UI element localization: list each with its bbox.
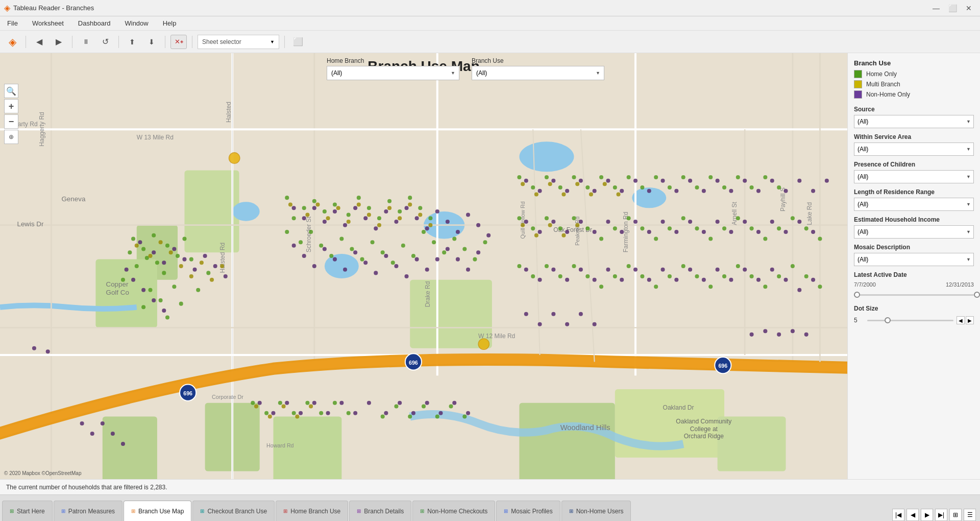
svg-point-286: [323, 247, 327, 251]
tab-nav-next[interactable]: ▶: [921, 509, 933, 521]
tab-list-view[interactable]: ☰: [964, 509, 976, 521]
svg-point-11: [232, 202, 260, 221]
maximize-button[interactable]: ⬜: [945, 3, 960, 13]
minimize-button[interactable]: —: [929, 3, 943, 13]
refresh-button[interactable]: ↺: [97, 35, 113, 49]
tab-nav-last[interactable]: ▶|: [935, 509, 947, 521]
svg-point-376: [271, 411, 275, 415]
tab-branch-details-label: Branch Details: [364, 508, 404, 515]
tab-nav-prev[interactable]: ◀: [906, 509, 919, 521]
tab-grid-view[interactable]: ⊞: [949, 509, 962, 521]
svg-point-145: [517, 216, 521, 220]
svg-text:Orchard Ridge: Orchard Ridge: [684, 433, 724, 440]
dot-size-slider-wrap: [867, 315, 953, 325]
svg-rect-1: [184, 171, 239, 253]
dot-size-decrease-button[interactable]: ◀: [957, 316, 965, 324]
tab-nav-first[interactable]: |◀: [892, 509, 904, 521]
tab-branch-use-map[interactable]: ⊞ Branch Use Map: [124, 501, 191, 521]
tab-branch-details[interactable]: ⊞ Branch Details: [349, 501, 411, 521]
home-branch-select[interactable]: (All): [327, 66, 459, 80]
zoom-out-button[interactable]: −: [4, 114, 18, 129]
presence-children-select[interactable]: (All): [854, 170, 974, 183]
menu-worksheet[interactable]: Worksheet: [29, 18, 67, 28]
tab-start-here[interactable]: ⊞ Start Here: [2, 501, 53, 521]
date-range-thumb-end[interactable]: [974, 292, 980, 298]
income-select[interactable]: (All): [854, 225, 974, 239]
svg-point-385: [398, 401, 402, 405]
back-button[interactable]: ◀: [31, 35, 47, 49]
svg-point-76: [176, 254, 180, 258]
dot-size-label: Dot Size: [854, 305, 974, 312]
date-range-slider[interactable]: [854, 290, 974, 300]
dot-size-section: Dot Size 5 ◀ ▶: [854, 305, 974, 325]
residence-range-select[interactable]: (All): [854, 198, 974, 211]
sort-desc-button[interactable]: ⬇: [143, 35, 160, 49]
svg-text:W 13 Mile Rd: W 13 Mile Rd: [137, 134, 174, 141]
svg-point-253: [182, 257, 186, 262]
svg-point-175: [613, 274, 617, 278]
tab-nav: |◀ ◀ ▶ ▶| ⊞ ☰: [892, 509, 980, 521]
tab-home-branch-use[interactable]: ⊞ Home Branch Use: [276, 501, 348, 521]
tab-checkout-branch-use[interactable]: ⊞ Checkout Branch Use: [192, 501, 275, 521]
svg-point-186: [763, 285, 767, 289]
svg-point-248: [309, 404, 313, 408]
sort-asc-button[interactable]: ⬆: [124, 35, 140, 49]
forward-button[interactable]: ▶: [51, 35, 67, 49]
filter-bar: Home Branch (All) Branch Use (All): [327, 57, 604, 80]
svg-point-368: [811, 278, 815, 282]
menu-dashboard[interactable]: Dashboard: [75, 18, 114, 28]
clear-filter-button[interactable]: ✕◈: [170, 35, 187, 49]
mosaic-select[interactable]: (All): [854, 253, 974, 266]
svg-text:Oakland Dr: Oakland Dr: [663, 404, 694, 411]
tab-mosaic-profiles[interactable]: ⊞ Mosaic Profiles: [496, 501, 560, 521]
svg-point-105: [285, 230, 289, 234]
close-button[interactable]: ✕: [962, 3, 976, 13]
dot-size-value: 5: [854, 317, 864, 324]
svg-point-114: [381, 250, 385, 254]
within-service-area-select[interactable]: (All): [854, 143, 974, 156]
date-range-thumb-start[interactable]: [854, 292, 860, 298]
tab-non-home-checkouts[interactable]: ⊞ Non-Home Checkouts: [412, 501, 495, 521]
svg-point-312: [661, 179, 665, 183]
svg-point-264: [302, 216, 306, 220]
svg-point-375: [258, 401, 262, 405]
presence-children-label: Presence of Children: [854, 161, 974, 168]
menu-window[interactable]: Window: [121, 18, 151, 28]
svg-point-80: [159, 298, 163, 302]
date-range-end: 12/31/2013: [946, 281, 974, 288]
svg-point-246: [282, 404, 286, 408]
sheet-dropdown[interactable]: Sheet selector ▼: [198, 35, 279, 49]
svg-point-213: [189, 274, 193, 278]
source-select-wrap: (All): [854, 115, 974, 128]
menu-help[interactable]: Help: [160, 18, 180, 28]
source-select[interactable]: (All): [854, 115, 974, 128]
svg-point-285: [312, 264, 316, 268]
search-map-button[interactable]: 🔍: [4, 84, 18, 98]
svg-point-265: [312, 206, 316, 210]
svg-point-74: [155, 260, 159, 265]
status-text: The current number of households that ar…: [6, 484, 167, 491]
zoom-in-button[interactable]: +: [4, 99, 18, 113]
menu-file[interactable]: File: [4, 18, 21, 28]
residence-range-label: Length of Residence Range: [854, 188, 974, 196]
select-tool-button[interactable]: ⊕: [4, 130, 18, 144]
tab-non-home-users[interactable]: ⊞ Non-Home Users: [561, 501, 631, 521]
present-button[interactable]: ⬜: [290, 35, 306, 49]
svg-point-104: [428, 216, 432, 220]
branch-use-select[interactable]: (All): [472, 66, 604, 80]
svg-point-92: [292, 216, 296, 220]
home-button[interactable]: ◈: [4, 35, 20, 49]
svg-point-189: [804, 274, 808, 278]
dot-size-thumb[interactable]: [885, 317, 891, 323]
svg-point-244: [254, 404, 258, 408]
tab-patron-measures[interactable]: ⊞ Patron Measures: [54, 501, 122, 521]
dot-size-increase-button[interactable]: ▶: [966, 316, 974, 324]
svg-point-198: [347, 411, 351, 415]
svg-point-330: [593, 230, 597, 234]
svg-point-347: [524, 268, 528, 272]
svg-point-326: [538, 230, 542, 234]
svg-point-236: [589, 192, 593, 196]
svg-point-342: [756, 230, 761, 234]
pause-button[interactable]: ⏸: [78, 35, 94, 49]
svg-point-210: [159, 240, 163, 244]
